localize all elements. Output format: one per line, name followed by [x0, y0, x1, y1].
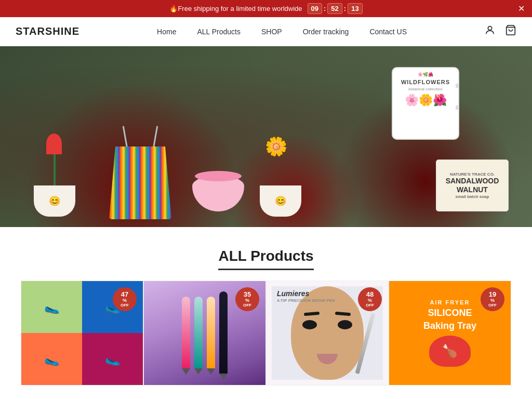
hero-banner: 🌼 🌸🌿🌺 WILDFLOWERS botanical collection 🌸…	[0, 46, 532, 227]
product-card-eyebrow[interactable]: Lumieres 4-TIP PRECISION BROW PEN 48 % O…	[266, 281, 389, 385]
timer-seconds: 13	[348, 3, 362, 14]
eyeliner-stick-1	[182, 297, 190, 369]
hero-pink-bowl	[192, 175, 244, 211]
account-icon-button[interactable]	[484, 24, 496, 38]
eyeliner-stick-3	[207, 297, 215, 369]
shoe-q1: 🥿	[21, 281, 82, 333]
shoe-q3: 🥿	[21, 333, 82, 385]
hero-mug: 🌸🌿🌺 WILDFLOWERS botanical collection 🌸🌼🌺	[392, 67, 475, 161]
product-card-eyeliner[interactable]: 35 % OFF	[143, 281, 266, 385]
timer-sep-1: :	[324, 5, 326, 12]
hero-flower-pot: 🌼	[255, 134, 307, 217]
timer-minutes: 52	[327, 3, 342, 14]
announcement-close-button[interactable]: ✕	[518, 5, 525, 13]
product-card-airfryer[interactable]: AIR FRYER SILICONE Baking Tray 🍗 19 % OF…	[389, 281, 511, 385]
nav-item-contact-us[interactable]: Contact US	[369, 28, 407, 36]
discount-badge-eyebrow: 48 % OFF	[358, 287, 382, 311]
discount-badge-shoes: 47 % OFF	[113, 287, 137, 311]
shoe-q4: 🥿	[82, 333, 143, 385]
hero-tulip-pot	[29, 134, 81, 217]
product-card-shoes[interactable]: 🥿 🥿 🥿 🥿 47 % OFF	[21, 281, 143, 385]
hero-mug-text: 🌸🌿🌺 WILDFLOWERS botanical collection 🌸🌼🌺	[393, 68, 458, 111]
svg-point-0	[488, 26, 491, 30]
announcement-bar: 🔥Free shipping for a limited time worldw…	[0, 0, 532, 17]
products-grid: 🥿 🥿 🥿 🥿 47 % OFF 35 % OFF	[0, 281, 532, 399]
discount-badge-eyeliner: 35 % OFF	[235, 287, 259, 311]
header: STARSHINE Home ALL Products SHOP Order t…	[0, 17, 532, 46]
timer-hours: 09	[308, 3, 322, 14]
section-title-container: ALL Products	[0, 227, 532, 281]
nav-item-home[interactable]: Home	[157, 28, 176, 36]
eyeliner-stick-2	[194, 297, 203, 369]
airfryer-bowl: 🍗	[429, 336, 471, 367]
hero-soap-box: NATURE'S TRACE CO. SANDALWOOD WALNUT sma…	[436, 159, 509, 211]
nav-item-shop[interactable]: SHOP	[261, 28, 282, 36]
nav-item-order-tracking[interactable]: Order tracking	[303, 28, 349, 36]
logo: STARSHINE	[16, 25, 79, 37]
timer-sep-2: :	[344, 5, 346, 12]
cart-icon-button[interactable]	[505, 24, 516, 38]
navigation: Home ALL Products SHOP Order tracking Co…	[157, 28, 407, 36]
countdown-timer: 09 : 52 : 13	[308, 3, 363, 14]
announcement-text: 🔥Free shipping for a limited time worldw…	[169, 5, 302, 12]
hero-tote-bag	[104, 126, 177, 219]
shoe-q2: 🥿	[82, 281, 143, 333]
section-title: ALL Products	[218, 248, 313, 270]
discount-badge-airfryer: 19 % OFF	[481, 287, 504, 311]
header-icons	[484, 24, 516, 38]
eyeliner-stick-4	[219, 291, 228, 375]
nav-item-all-products[interactable]: ALL Products	[197, 28, 241, 36]
